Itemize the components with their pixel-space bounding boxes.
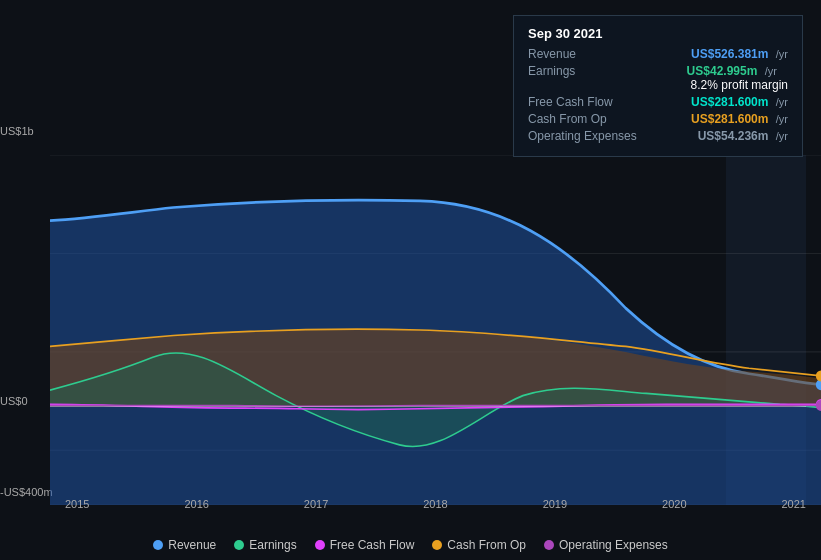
tooltip-row-fcf: Free Cash Flow US$281.600m /yr xyxy=(528,95,788,109)
tooltip-row-cashop: Cash From Op US$281.600m /yr xyxy=(528,112,788,126)
profit-margin: 8.2% profit margin xyxy=(691,78,788,92)
tooltip-box: Sep 30 2021 Revenue US$526.381m /yr Earn… xyxy=(513,15,803,157)
tooltip-value-revenue: US$526.381m xyxy=(691,47,768,61)
legend-label-revenue: Revenue xyxy=(168,538,216,552)
tooltip-label-cashop: Cash From Op xyxy=(528,112,648,126)
x-label-2016: 2016 xyxy=(184,498,208,510)
chart-svg xyxy=(50,155,821,505)
chart-area: US$1b US$0 -US$400m xyxy=(0,155,821,505)
tooltip-label-revenue: Revenue xyxy=(528,47,648,61)
tooltip-row-opex: Operating Expenses US$54.236m /yr xyxy=(528,129,788,143)
tooltip-row-revenue: Revenue US$526.381m /yr xyxy=(528,47,788,61)
tooltip-date: Sep 30 2021 xyxy=(528,26,788,41)
legend-label-fcf: Free Cash Flow xyxy=(330,538,415,552)
tooltip-unit-cashop: /yr xyxy=(776,113,788,125)
legend-label-opex: Operating Expenses xyxy=(559,538,668,552)
x-label-2017: 2017 xyxy=(304,498,328,510)
tooltip-value-opex: US$54.236m xyxy=(698,129,769,143)
legend-dot-cashop xyxy=(432,540,442,550)
legend-dot-revenue xyxy=(153,540,163,550)
x-axis: 2015 2016 2017 2018 2019 2020 2021 xyxy=(65,498,806,510)
y-label-neg: -US$400m xyxy=(0,486,53,498)
x-label-2018: 2018 xyxy=(423,498,447,510)
legend-dot-opex xyxy=(544,540,554,550)
tooltip-unit-revenue: /yr xyxy=(776,48,788,60)
legend-dot-fcf xyxy=(315,540,325,550)
legend: Revenue Earnings Free Cash Flow Cash Fro… xyxy=(0,538,821,552)
x-label-2020: 2020 xyxy=(662,498,686,510)
legend-dot-earnings xyxy=(234,540,244,550)
tooltip-label-opex: Operating Expenses xyxy=(528,129,648,143)
x-label-2015: 2015 xyxy=(65,498,89,510)
tooltip-label-earnings: Earnings xyxy=(528,64,648,78)
x-label-2019: 2019 xyxy=(543,498,567,510)
tooltip-unit-opex: /yr xyxy=(776,130,788,142)
y-label-zero: US$0 xyxy=(0,395,28,407)
tooltip-value-cashop: US$281.600m xyxy=(691,112,768,126)
legend-item-revenue[interactable]: Revenue xyxy=(153,538,216,552)
legend-label-cashop: Cash From Op xyxy=(447,538,526,552)
legend-item-fcf[interactable]: Free Cash Flow xyxy=(315,538,415,552)
legend-item-opex[interactable]: Operating Expenses xyxy=(544,538,668,552)
legend-item-earnings[interactable]: Earnings xyxy=(234,538,296,552)
zero-line xyxy=(50,406,806,407)
legend-item-cashop[interactable]: Cash From Op xyxy=(432,538,526,552)
tooltip-unit-fcf: /yr xyxy=(776,96,788,108)
tooltip-unit-earnings: /yr xyxy=(765,65,777,77)
tooltip-value-earnings: US$42.995m xyxy=(687,64,758,78)
x-label-2021: 2021 xyxy=(781,498,805,510)
y-label-top: US$1b xyxy=(0,125,34,137)
tooltip-label-fcf: Free Cash Flow xyxy=(528,95,648,109)
tooltip-row-earnings: Earnings US$42.995m /yr 8.2% profit marg… xyxy=(528,64,788,92)
tooltip-value-fcf: US$281.600m xyxy=(691,95,768,109)
legend-label-earnings: Earnings xyxy=(249,538,296,552)
